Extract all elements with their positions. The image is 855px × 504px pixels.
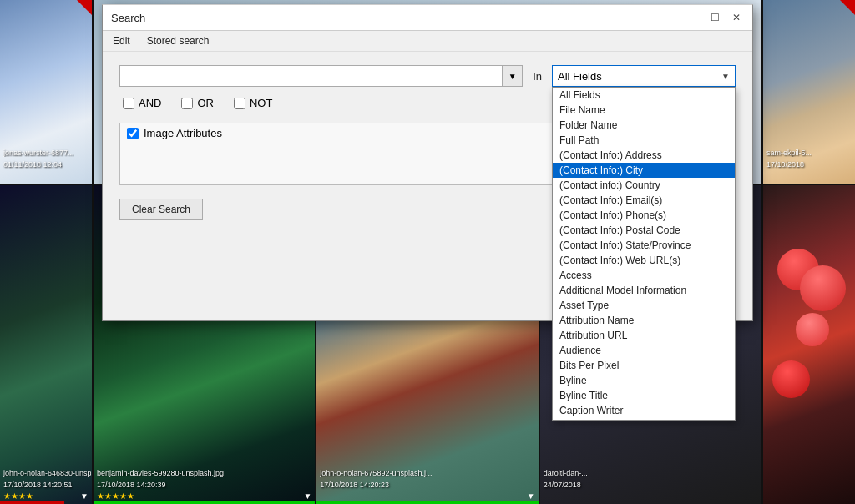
dropdown-item-bits-per-pixel[interactable]: Bits Per Pixel — [553, 358, 735, 373]
search-input[interactable] — [119, 65, 503, 87]
and-checkbox-item: AND — [123, 97, 161, 109]
dropdown-item-attribution-url[interactable]: Attribution URL — [553, 328, 735, 343]
dropdown-item-contact-country[interactable]: (Contact info:) Country — [553, 178, 735, 193]
dropdown-item-contact-state[interactable]: (Contact Info:) State/Province — [553, 238, 735, 253]
or-checkbox-item: OR — [181, 97, 214, 109]
dropdown-arrow-icon: ▼ — [721, 72, 730, 81]
dropdown-item-contact-address[interactable]: (Contact Info:) Address — [553, 148, 735, 163]
dropdown-item-asset-type[interactable]: Asset Type — [553, 298, 735, 313]
close-button[interactable]: ✕ — [729, 10, 744, 25]
dropdown-item-contact-postal[interactable]: (Contact Info:) Postal Code — [553, 223, 735, 238]
dropdown-item-caption-writer[interactable]: Caption Writer — [553, 403, 735, 418]
dropdown-item-byline-title[interactable]: Byline Title — [553, 388, 735, 403]
dropdown-item-contact-email[interactable]: (Contact Info:) Email(s) — [553, 193, 735, 208]
maximize-button[interactable]: ☐ — [707, 10, 722, 25]
dialog-overlay: Search — ☐ ✕ Edit Stored search ▼ In — [0, 0, 855, 504]
dialog-menubar: Edit Stored search — [103, 31, 752, 52]
or-label: OR — [197, 97, 214, 109]
search-dialog: Search — ☐ ✕ Edit Stored search ▼ In — [102, 4, 753, 321]
field-dropdown: All Fields ▼ All Fields File Name Folder… — [552, 65, 736, 87]
dropdown-item-full-path[interactable]: Full Path — [553, 133, 735, 148]
dialog-title: Search — [111, 12, 145, 24]
dropdown-item-file-name[interactable]: File Name — [553, 103, 735, 118]
clear-search-button[interactable]: Clear Search — [119, 199, 203, 220]
search-input-dropdown-button[interactable]: ▼ — [503, 65, 523, 87]
not-checkbox-item: NOT — [234, 97, 272, 109]
search-input-wrapper: ▼ — [119, 65, 523, 87]
field-dropdown-selected[interactable]: All Fields ▼ — [552, 65, 736, 87]
and-checkbox[interactable] — [123, 98, 134, 109]
dropdown-item-additional-model[interactable]: Additional Model Information — [553, 283, 735, 298]
dropdown-item-contact-city[interactable]: (Contact Info:) City — [553, 163, 735, 178]
titlebar-controls: — ☐ ✕ — [686, 10, 744, 25]
dropdown-item-contact-web[interactable]: (Contact Info:) Web URL(s) — [553, 253, 735, 268]
image-attributes-label: Image Attributes — [144, 127, 222, 139]
field-dropdown-value: All Fields — [558, 70, 602, 83]
dropdown-item-audience[interactable]: Audience — [553, 343, 735, 358]
image-attributes-checkbox[interactable] — [127, 128, 139, 139]
dialog-body: ▼ In All Fields ▼ All Fields File Name F… — [103, 52, 752, 234]
dialog-titlebar: Search — ☐ ✕ — [103, 5, 752, 31]
menu-stored-search[interactable]: Stored search — [144, 33, 213, 48]
menu-edit[interactable]: Edit — [109, 33, 134, 48]
or-checkbox[interactable] — [181, 98, 193, 109]
dropdown-item-folder-name[interactable]: Folder Name — [553, 118, 735, 133]
search-row: ▼ In All Fields ▼ All Fields File Name F… — [119, 65, 736, 87]
and-label: AND — [139, 97, 161, 109]
field-dropdown-list[interactable]: All Fields File Name Folder Name Full Pa… — [552, 87, 736, 421]
in-label: In — [533, 70, 542, 83]
dropdown-item-attribution-name[interactable]: Attribution Name — [553, 313, 735, 328]
dropdown-item-access[interactable]: Access — [553, 268, 735, 283]
dropdown-item-byline[interactable]: Byline — [553, 373, 735, 388]
dropdown-item-contact-phone[interactable]: (Contact Info:) Phone(s) — [553, 208, 735, 223]
dropdown-item-all-fields[interactable]: All Fields — [553, 88, 735, 103]
minimize-button[interactable]: — — [686, 10, 701, 25]
not-checkbox[interactable] — [234, 98, 245, 109]
dropdown-item-category[interactable]: Category — [553, 418, 735, 421]
not-label: NOT — [250, 97, 272, 109]
